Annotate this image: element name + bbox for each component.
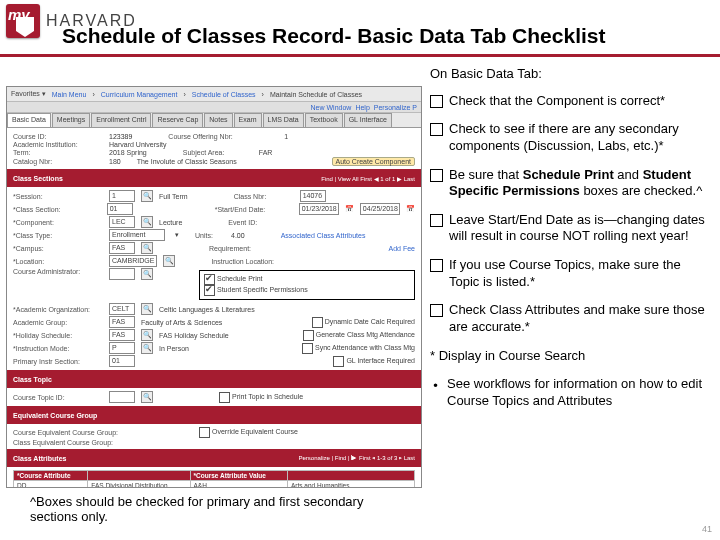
nav-3: Maintain Schedule of Classes [270, 91, 362, 98]
ctopic-input[interactable] [109, 391, 135, 403]
checkbox-icon [430, 95, 443, 108]
lbl-ovr: Override Equivalent Course [212, 428, 298, 435]
tab-exam[interactable]: Exam [234, 113, 262, 127]
student-perm-checkbox[interactable] [204, 285, 215, 296]
glreq-checkbox[interactable] [333, 356, 344, 367]
val-units: 4.00 [231, 232, 245, 239]
val-title: The Involute of Classic Seasons [137, 158, 237, 165]
val-sess-t: Full Term [159, 193, 188, 200]
nav-1[interactable]: Curriculum Management [101, 91, 178, 98]
ptopic-checkbox[interactable] [219, 392, 230, 403]
lbl-admin: Course Administrator: [13, 268, 103, 275]
admin-input[interactable] [109, 268, 135, 280]
new-window-link[interactable]: New Window [311, 104, 352, 111]
section-input[interactable]: 01 [107, 203, 133, 215]
tab-notes[interactable]: Notes [204, 113, 232, 127]
chk-component: Check that the Component is correct* [449, 93, 665, 110]
val-comp-t: Lecture [159, 219, 182, 226]
lookup-icon[interactable]: 🔍 [141, 329, 153, 341]
lbl-session: *Session: [13, 193, 103, 200]
lookup-icon[interactable]: 🔍 [141, 391, 153, 403]
lookup-icon[interactable]: 🔍 [141, 190, 153, 202]
chk-topics: If you use Course Topics, make sure the … [449, 257, 712, 290]
chk-print-perm: Be sure that Schedule Print and Student … [449, 167, 712, 200]
tab-enrollment[interactable]: Enrollment Cntrl [91, 113, 151, 127]
lookup-icon[interactable]: 🔍 [141, 242, 153, 254]
checklist-heading: On Basic Data Tab: [430, 66, 712, 83]
footnote-primary: ^Boxes should be checked for primary and… [30, 494, 410, 524]
add-fee-link[interactable]: Add Fee [389, 245, 415, 252]
band-pager[interactable]: Find | View All First ◀ 1 of 1 ▶ Last [321, 175, 415, 182]
calendar-icon[interactable]: 📅 [406, 205, 415, 213]
campus-input[interactable]: FAS [109, 242, 135, 254]
tab-reserve[interactable]: Reserve Cap [152, 113, 203, 127]
nav-home[interactable]: Main Menu [52, 91, 87, 98]
breadcrumb: Favorites ▾ Main Menu› Curriculum Manage… [7, 87, 421, 102]
nav-2[interactable]: Schedule of Classes [192, 91, 256, 98]
tab-strip: Basic Data Meetings Enrollment Cntrl Res… [7, 113, 421, 128]
component-input[interactable]: LEC [109, 216, 135, 228]
auto-create-button[interactable]: Auto Create Component [332, 157, 416, 166]
lbl-course-id: Course ID: [13, 133, 103, 140]
pis-input[interactable]: 01 [109, 355, 135, 367]
calendar-icon[interactable]: 📅 [345, 205, 354, 213]
type-select[interactable]: Enrollment [109, 229, 165, 241]
nav-favorites[interactable]: Favorites ▾ [11, 90, 46, 98]
tab-meetings[interactable]: Meetings [52, 113, 90, 127]
session-input[interactable]: 1 [109, 190, 135, 202]
lbl-clsnbr: Class Nbr: [234, 193, 294, 200]
lbl-eq: Course Equivalent Course Group: [13, 429, 153, 436]
bullet-icon: • [430, 378, 441, 409]
shield-icon [16, 17, 34, 37]
checkbox-icon [430, 123, 443, 136]
lookup-icon[interactable]: 🔍 [141, 303, 153, 315]
personalize-link[interactable]: Personalize P [374, 104, 417, 111]
start-date-input[interactable]: 01/23/2018 [299, 203, 339, 215]
tab-lms[interactable]: LMS Data [263, 113, 304, 127]
val-imode-t: In Person [159, 345, 189, 352]
lbl-gen: Generate Class Mtg Attendance [316, 331, 415, 338]
lbl-offer: Course Offering Nbr: [168, 133, 278, 140]
acorg-input[interactable]: CELT [109, 303, 135, 315]
ovr-checkbox[interactable] [199, 427, 210, 438]
lbl-section: *Class Section: [13, 206, 101, 213]
agrp-input[interactable]: FAS [109, 316, 135, 328]
checkbox-icon [430, 169, 443, 182]
lbl-glreq: GL Interface Required [346, 357, 415, 364]
dyn-checkbox[interactable] [312, 317, 323, 328]
location-input[interactable]: CAMBRIDGE [109, 255, 157, 267]
th-val: *Course Attribute Value [190, 471, 287, 481]
end-date-input[interactable]: 04/25/2018 [360, 203, 400, 215]
lbl-pis: Primary Instr Section: [13, 358, 103, 365]
assoc-link[interactable]: Associated Class Attributes [281, 232, 366, 239]
lbl-imode: *Instruction Mode: [13, 345, 103, 352]
page-title: Schedule of Classes Record- Basic Data T… [62, 24, 605, 48]
chk-dates: Leave Start/End Date as is—changing date… [449, 212, 712, 245]
tab-basic-data[interactable]: Basic Data [7, 113, 51, 127]
tab-textbook[interactable]: Textbook [305, 113, 343, 127]
lbl-inst: Academic Institution: [13, 141, 103, 148]
gen-checkbox[interactable] [303, 330, 314, 341]
window-actions: New Window Help Personalize P [7, 102, 421, 113]
val-agrp-t: Faculty of Arts & Sciences [141, 319, 222, 326]
lookup-icon[interactable]: 🔍 [163, 255, 175, 267]
lbl-location: *Location: [13, 258, 103, 265]
page-number: 41 [702, 524, 712, 534]
clsnbr-input: 14076 [300, 190, 326, 202]
lbl-hol: *Holiday Schedule: [13, 332, 103, 339]
lookup-icon[interactable]: 🔍 [141, 216, 153, 228]
help-link[interactable]: Help [355, 104, 369, 111]
table-row: DDFAS Divisional DistributionA&HArts and… [14, 481, 415, 489]
val-hol-t: FAS Holiday Schedule [159, 332, 229, 339]
band-attrs-pager[interactable]: Personalize | Find | ⯈ First ◀ 1-3 of 3 … [299, 455, 416, 461]
imode-input[interactable]: P [109, 342, 135, 354]
lbl-req: Requirement: [209, 245, 269, 252]
val-cat: 180 [109, 158, 121, 165]
sync-checkbox[interactable] [302, 343, 313, 354]
hol-input[interactable]: FAS [109, 329, 135, 341]
tab-gl[interactable]: GL Interface [344, 113, 392, 127]
lookup-icon[interactable]: 🔍 [141, 342, 153, 354]
app-screenshot: Favorites ▾ Main Menu› Curriculum Manage… [6, 86, 422, 488]
lookup-icon[interactable]: 🔍 [141, 268, 153, 280]
note-workflows: See workflows for information on how to … [447, 376, 712, 409]
